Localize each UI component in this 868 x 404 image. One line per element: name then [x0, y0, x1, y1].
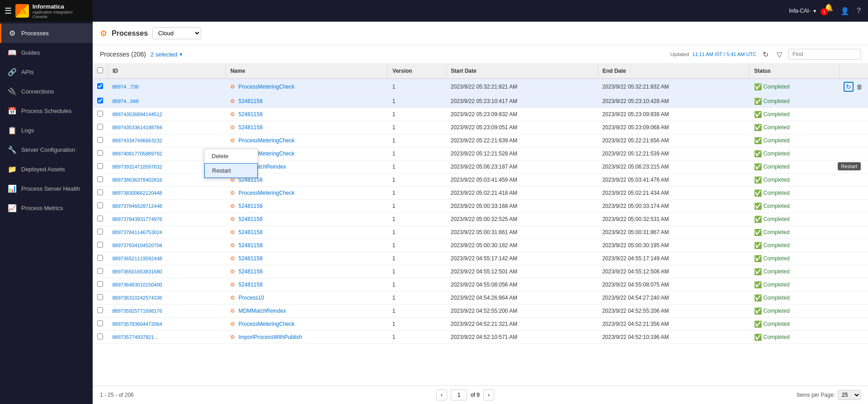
sidebar-item-apis[interactable]: 🔗 APIs [0, 62, 93, 82]
row-id[interactable]: 889736310242574336 [108, 291, 226, 305]
sidebar-item-connections[interactable]: 🔌 Connections [0, 82, 93, 101]
delete-menu-item[interactable]: Delete [204, 149, 258, 163]
row-id[interactable]: 889735783664472064 [108, 318, 226, 331]
row-name-link[interactable]: Process10 [238, 295, 264, 301]
row-checkbox[interactable] [97, 150, 103, 156]
sidebar-item-server-configuration[interactable]: 🔧 Server Configuration [0, 140, 93, 160]
row-name-link[interactable]: 52481158 [238, 255, 262, 262]
sidebar-item-guides[interactable]: 📖 Guides [0, 43, 93, 62]
row-id[interactable]: 889736521119592448 [108, 252, 226, 265]
row-id-link[interactable]: 889740817705889792 [113, 151, 162, 156]
row-checkbox[interactable] [97, 320, 103, 326]
row-checkbox-cell[interactable] [93, 95, 108, 108]
row-id-link[interactable]: 889736310242574336 [113, 295, 162, 301]
row-checkbox[interactable] [97, 229, 103, 235]
row-name-link[interactable]: 52481158 [238, 242, 262, 249]
row-checkbox[interactable] [97, 202, 103, 208]
row-checkbox[interactable] [97, 268, 103, 274]
find-input[interactable] [788, 49, 861, 60]
row-checkbox[interactable] [97, 242, 103, 248]
row-checkbox-cell[interactable] [93, 278, 108, 291]
restart-row-button[interactable]: ↻ [844, 82, 854, 92]
row-name-link[interactable]: ImportProcessWithPublish [238, 334, 302, 340]
row-id-link[interactable]: 889743533614198784 [113, 125, 162, 130]
row-name-link[interactable]: 52481158 [238, 282, 262, 288]
row-id-link[interactable]: 889737846628712448 [113, 203, 162, 209]
row-name-link[interactable]: 52481158 [238, 111, 262, 117]
row-name-link[interactable]: MDMMatchReindex [238, 308, 286, 314]
sidebar-item-logs[interactable]: 📋 Logs [0, 121, 93, 140]
row-checkbox[interactable] [97, 216, 103, 221]
row-id-link[interactable]: 88974...048 [113, 99, 139, 104]
row-id-link[interactable]: 889743347496663232 [113, 138, 162, 143]
row-checkbox[interactable] [97, 124, 103, 130]
row-id-link[interactable]: 889735783664472064 [113, 321, 162, 327]
row-checkbox-cell[interactable] [93, 134, 108, 147]
row-checkbox[interactable] [97, 98, 103, 103]
row-checkbox-cell[interactable] [93, 291, 108, 305]
row-name-link[interactable]: ProcessMeteringCheck [238, 190, 294, 196]
row-id[interactable]: 88974...736 [108, 79, 226, 95]
row-checkbox-cell[interactable] [93, 226, 108, 239]
row-checkbox-cell[interactable] [93, 147, 108, 160]
row-id[interactable]: 889735925771698176 [108, 305, 226, 318]
row-checkbox-cell[interactable] [93, 187, 108, 200]
row-checkbox-cell[interactable] [93, 239, 108, 252]
row-id-link[interactable]: 889743536894144512 [113, 112, 162, 117]
page-number-input[interactable] [451, 390, 467, 400]
items-per-page-select[interactable]: 25 10 50 100 [838, 390, 861, 400]
row-id[interactable]: 889736501653831680 [108, 265, 226, 278]
selected-badge[interactable]: 2 selected ▼ [151, 51, 183, 58]
row-name-link[interactable]: 52481158 [238, 229, 262, 235]
sidebar-item-deployed-assets[interactable]: 📁 Deployed Assets [0, 160, 93, 179]
row-id-link[interactable]: 889736483010150400 [113, 282, 162, 287]
cloud-dropdown[interactable]: Cloud On-Premise [152, 27, 201, 39]
restart-menu-item[interactable]: Restart [204, 163, 258, 178]
row-checkbox-cell[interactable] [93, 108, 108, 121]
row-id-link[interactable]: 889738636378402816 [113, 177, 162, 183]
row-checkbox[interactable] [97, 163, 103, 169]
row-id[interactable]: 889736483010150400 [108, 278, 226, 291]
row-checkbox[interactable] [97, 176, 103, 182]
row-id-link[interactable]: 889735925771698176 [113, 308, 162, 314]
delete-row-button[interactable]: 🗑 [855, 82, 863, 91]
row-id[interactable]: 88974...048 [108, 95, 226, 108]
select-all-checkbox[interactable] [97, 67, 103, 73]
row-checkbox-cell[interactable] [93, 331, 108, 344]
row-checkbox-cell[interactable] [93, 318, 108, 331]
prev-page-button[interactable]: ‹ [436, 390, 447, 400]
row-id[interactable]: 889735774937821... [108, 331, 226, 344]
row-id[interactable]: 889738300662120448 [108, 187, 226, 200]
row-id-link[interactable]: 889736521119592448 [113, 256, 162, 261]
row-id-link[interactable]: 88974...736 [113, 84, 139, 89]
row-id[interactable]: 889737841146753024 [108, 226, 226, 239]
row-id-link[interactable]: 889735774937821... [113, 334, 158, 340]
row-checkbox-cell[interactable] [93, 213, 108, 226]
sidebar-item-process-metrics[interactable]: 📈 Process Metrics [0, 198, 93, 218]
row-checkbox-cell[interactable] [93, 265, 108, 278]
row-name-link[interactable]: 52481158 [238, 98, 262, 104]
sidebar-item-processes[interactable]: ⚙ Processes [0, 23, 93, 43]
refresh-button[interactable]: ↻ [761, 49, 770, 60]
header-checkbox-cell[interactable] [93, 64, 108, 79]
row-id[interactable]: 889743533614198784 [108, 121, 226, 134]
row-name-link[interactable]: 52481158 [238, 124, 262, 131]
row-checkbox-cell[interactable] [93, 200, 108, 213]
next-page-button[interactable]: › [483, 390, 494, 400]
row-name-link[interactable]: ProcessMeteringCheck [238, 84, 294, 90]
row-checkbox-cell[interactable] [93, 79, 108, 95]
row-checkbox[interactable] [97, 281, 103, 287]
row-checkbox[interactable] [97, 189, 103, 195]
row-id-link[interactable]: 889739314710597632 [113, 164, 162, 169]
row-id-link[interactable]: 889736501653831680 [113, 269, 162, 274]
row-name-link[interactable]: ProcessMeteringCheck [238, 137, 294, 144]
row-checkbox-cell[interactable] [93, 305, 108, 318]
user-display[interactable]: Infa-CAI- ▼ [789, 8, 817, 14]
help-icon[interactable]: ? [857, 7, 861, 15]
row-id-link[interactable]: 889737841146753024 [113, 230, 162, 235]
row-id[interactable]: 889737846628712448 [108, 200, 226, 213]
filter-button[interactable]: ▽ [775, 49, 784, 60]
user-account-icon[interactable]: 👤 [840, 7, 849, 15]
row-id-link[interactable]: 889737834104520704 [113, 243, 162, 248]
row-name-link[interactable]: 52481158 [238, 203, 262, 209]
